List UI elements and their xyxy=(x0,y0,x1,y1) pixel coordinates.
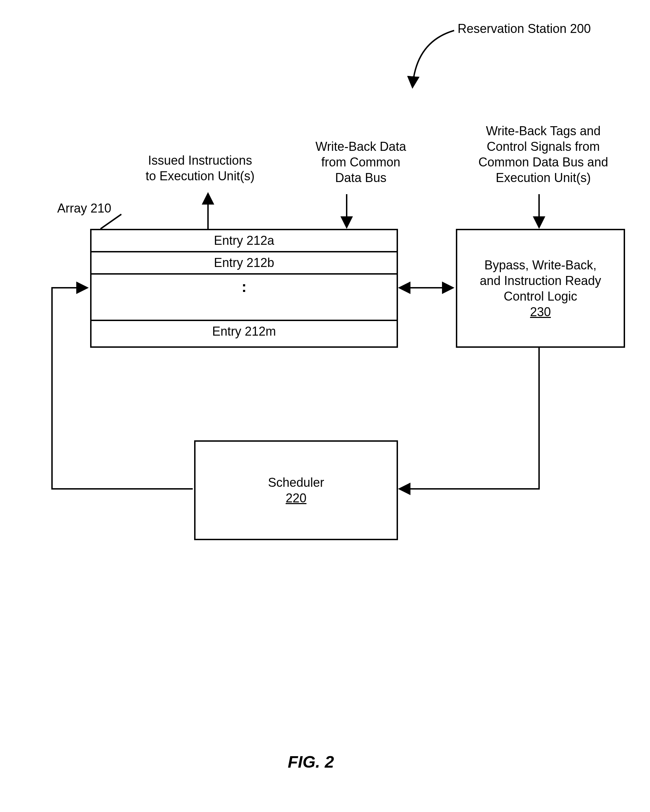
figure-caption: FIG. 2 xyxy=(288,752,334,771)
control-logic-ref: 230 xyxy=(530,304,551,320)
issued-instructions-label: Issued Instructions to Execution Unit(s) xyxy=(146,153,255,184)
scheduler-name: Scheduler xyxy=(268,475,324,490)
connectors-svg xyxy=(0,0,650,812)
vertical-dots-icon: : xyxy=(242,278,247,295)
array-box: Entry 212a Entry 212b : Entry 212m xyxy=(90,229,398,348)
array-label: Array 210 xyxy=(57,200,111,216)
array-entry: Entry 212b xyxy=(92,252,397,275)
control-logic-line: Control Logic xyxy=(504,288,577,304)
scheduler-ref: 220 xyxy=(286,490,307,506)
writeback-data-label: Write-Back Data from Common Data Bus xyxy=(316,139,406,186)
control-logic-line: Bypass, Write-Back, xyxy=(484,257,596,273)
array-ellipsis-row: : xyxy=(92,275,397,321)
array-entry: Entry 212m xyxy=(92,321,397,342)
diagram-title: Reservation Station 200 xyxy=(458,21,591,37)
writeback-tags-label: Write-Back Tags and Control Signals from… xyxy=(478,123,608,186)
array-entry: Entry 212a xyxy=(92,230,397,252)
scheduler-box: Scheduler 220 xyxy=(194,440,398,540)
control-logic-line: and Instruction Ready xyxy=(480,273,601,288)
control-logic-box: Bypass, Write-Back, and Instruction Read… xyxy=(456,229,625,348)
